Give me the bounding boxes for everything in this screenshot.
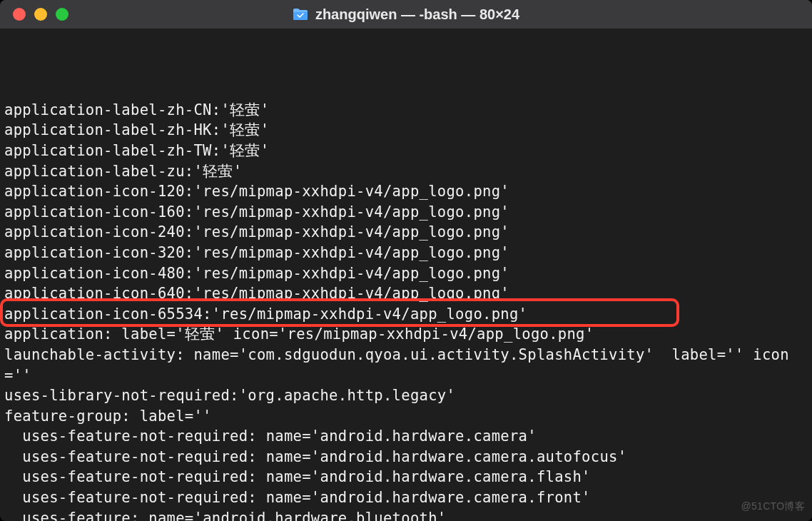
terminal-line: application-label-zh-CN:'轻萤': [4, 100, 809, 121]
terminal-line: feature-group: label='': [4, 406, 809, 427]
terminal-line: application-label-zh-HK:'轻萤': [4, 120, 809, 141]
title-wrap: zhangqiwen — -bash — 80×24: [0, 6, 812, 23]
terminal-window: zhangqiwen — -bash — 80×24 application-l…: [0, 0, 812, 521]
terminal-line: uses-feature-not-required: name='android…: [4, 447, 809, 467]
terminal-line: uses-library-not-required:'org.apache.ht…: [4, 385, 809, 406]
terminal-line: application-icon-65534:'res/mipmap-xxhdp…: [4, 304, 809, 325]
terminal-line: application-icon-120:'res/mipmap-xxhdpi-…: [4, 181, 809, 202]
terminal-line: application-icon-240:'res/mipmap-xxhdpi-…: [4, 222, 809, 243]
terminal-output[interactable]: application-label-zh-CN:'轻萤'application-…: [0, 29, 812, 521]
window-title: zhangqiwen — -bash — 80×24: [315, 6, 519, 23]
terminal-line: application-icon-480:'res/mipmap-xxhdpi-…: [4, 263, 809, 284]
terminal-line: launchable-activity: name='com.sdguodun.…: [4, 345, 809, 385]
terminal-line: application-icon-320:'res/mipmap-xxhdpi-…: [4, 243, 809, 263]
terminal-line: application-label-zh-TW:'轻萤': [4, 141, 809, 161]
terminal-line: application-label-zu:'轻萤': [4, 161, 809, 182]
close-icon[interactable]: [13, 8, 26, 21]
terminal-line: application-icon-160:'res/mipmap-xxhdpi-…: [4, 202, 809, 223]
titlebar[interactable]: zhangqiwen — -bash — 80×24: [0, 0, 812, 29]
terminal-line: application-icon-640:'res/mipmap-xxhdpi-…: [4, 283, 809, 304]
zoom-icon[interactable]: [56, 8, 68, 21]
traffic-lights: [13, 8, 68, 21]
terminal-line: uses-feature-not-required: name='android…: [4, 467, 809, 487]
terminal-line: application: label='轻萤' icon='res/mipmap…: [4, 324, 809, 345]
folder-icon: [293, 8, 308, 21]
terminal-line: uses-feature: name='android.hardware.blu…: [4, 508, 809, 521]
terminal-line: uses-feature-not-required: name='android…: [4, 487, 809, 508]
terminal-line: uses-feature-not-required: name='android…: [4, 426, 809, 447]
minimize-icon[interactable]: [34, 8, 47, 21]
